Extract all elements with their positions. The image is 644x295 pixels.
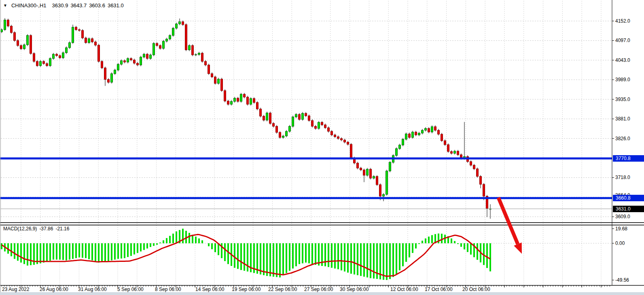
candle-down (14, 33, 16, 41)
candle-down (428, 129, 430, 132)
candle-up (166, 39, 168, 41)
candle-down (260, 109, 262, 116)
candle-up (143, 54, 145, 57)
candle-down (305, 113, 307, 116)
candle-up (69, 43, 71, 48)
macd-histogram-bar (53, 243, 54, 259)
macd-histogram-bar (17, 243, 19, 261)
macd-histogram-bar (195, 236, 197, 243)
macd-histogram-bar (234, 243, 235, 268)
macd-axis-label: -49.56 (615, 277, 629, 283)
candle-up (373, 176, 375, 178)
candle-up (218, 79, 220, 84)
candle-down (347, 142, 349, 144)
macd-histogram-bar (273, 243, 274, 277)
candle-up (121, 61, 123, 64)
macd-histogram-bar (289, 243, 290, 271)
candle-down (124, 61, 126, 62)
macd-histogram-bar (1, 243, 2, 249)
candle-down (46, 63, 48, 65)
time-axis-line (0, 285, 644, 286)
candle-down (331, 131, 333, 135)
macd-histogram-bar (111, 243, 112, 260)
candle-down (137, 63, 139, 65)
macd-histogram-bar (451, 238, 452, 243)
price-axis-label: 4097.0 (615, 38, 630, 43)
macd-histogram-bar (163, 240, 164, 243)
time-axis-label: 14 Sep 06:00 (195, 287, 224, 292)
candle-down (101, 61, 103, 68)
time-axis-label: 12 Oct 06:00 (390, 287, 418, 292)
candle-up (1, 30, 3, 32)
macd-histogram-bar (263, 243, 265, 275)
macd-histogram-bar (279, 243, 281, 278)
macd-histogram-bar (486, 243, 488, 268)
time-axis-label: 27 Sep 06:00 (304, 287, 333, 292)
ohlc-close: 3631.0 (108, 2, 124, 8)
ohlc-low: 3603.6 (89, 2, 105, 8)
candle-up (66, 48, 68, 53)
macd-histogram-bar (399, 243, 400, 270)
macd-histogram-bar (292, 243, 294, 268)
candle-up (418, 133, 420, 135)
candle-down (201, 53, 203, 61)
candle-up (62, 53, 64, 57)
candle-down (36, 61, 38, 66)
candle-down (273, 123, 275, 126)
macd-histogram-bar (354, 243, 355, 274)
candle-down (182, 22, 184, 25)
macd-histogram-bar (425, 238, 426, 243)
macd-histogram-bar (214, 243, 216, 252)
candle-down (409, 134, 411, 137)
candle-up (234, 98, 236, 101)
candle-up (282, 136, 284, 138)
candle-up (23, 45, 25, 49)
candle-down (337, 137, 339, 138)
candle-up (425, 129, 427, 130)
macd-histogram-bar (373, 243, 375, 278)
candle-down (221, 79, 223, 91)
candle-down (438, 130, 440, 134)
candle-down (470, 162, 472, 165)
macd-histogram-bar (95, 243, 96, 261)
macd-histogram-bar (360, 243, 362, 276)
candle-up (117, 64, 119, 70)
macd-histogram-bar (460, 243, 462, 247)
macd-histogram-bar (454, 241, 455, 243)
macd-histogram-bar (211, 243, 213, 249)
candle-down (299, 114, 301, 119)
candle-down (156, 43, 158, 45)
candle-down (130, 59, 132, 60)
macd-histogram-bar (244, 243, 245, 271)
price-axis-label: 3989.0 (615, 77, 630, 82)
macd-histogram-bar (311, 243, 313, 264)
candle-down (208, 65, 210, 74)
candle-up (111, 74, 113, 82)
ohlc-open: 3630.9 (52, 2, 68, 8)
macd-histogram-bar (46, 243, 48, 262)
window-bottom-strip (0, 292, 644, 295)
macd-histogram-bar (489, 243, 491, 272)
macd-histogram-bar (418, 243, 420, 244)
candle-up (127, 59, 129, 62)
macd-histogram-bar (266, 243, 268, 276)
candle-down (227, 101, 229, 104)
symbol-dropdown-icon[interactable]: ▼ (3, 3, 7, 8)
chart-canvas[interactable] (0, 0, 644, 295)
time-axis-label: 30 Sep 06:00 (340, 287, 369, 292)
macd-histogram-bar (302, 243, 303, 263)
candle-down (263, 116, 265, 120)
macd-histogram-bar (224, 243, 226, 261)
candle-down (43, 61, 45, 63)
candle-down (451, 152, 453, 153)
macd-histogram-bar (383, 243, 384, 280)
candle-down (95, 42, 97, 45)
candle-up (318, 122, 320, 129)
macd-histogram-bar (347, 243, 349, 273)
macd-histogram-bar (295, 243, 297, 266)
time-axis-label: 5 Sep 06:00 (117, 287, 144, 292)
candle-down (30, 36, 32, 54)
candle-up (366, 169, 369, 175)
candle-up (172, 28, 174, 36)
macd-histogram-bar (27, 243, 28, 266)
